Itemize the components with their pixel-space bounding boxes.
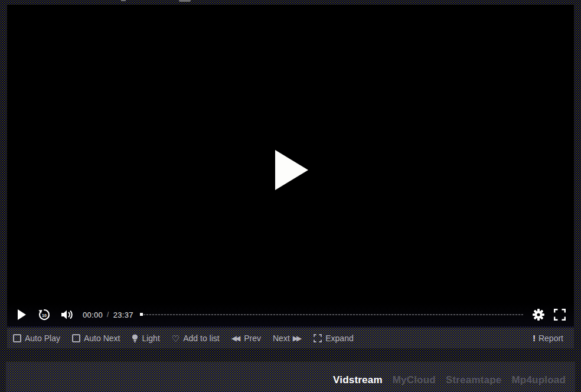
settings-button[interactable]	[533, 309, 544, 321]
play-button[interactable]	[18, 309, 26, 320]
video-player[interactable]: 10 00:00 / 23:37	[7, 5, 574, 326]
player-control-bar: 10 00:00 / 23:37	[7, 303, 574, 326]
page: { "player": { "current_time": "00:00", "…	[0, 0, 581, 392]
rewind-10-button[interactable]: 10	[38, 308, 51, 321]
server-tab-mp4upload[interactable]: Mp4upload	[511, 374, 566, 386]
fullscreen-icon	[554, 309, 566, 321]
prev-label: Prev	[244, 334, 261, 343]
clipped-text-artifact	[179, 0, 191, 2]
autonext-toggle[interactable]: Auto Next	[72, 334, 120, 343]
prev-episode-button[interactable]: ◀◀ Prev	[231, 334, 261, 343]
prev-icon: ◀◀	[231, 335, 240, 342]
big-play-button[interactable]	[275, 150, 308, 190]
autoplay-label: Auto Play	[25, 334, 60, 343]
add-to-list-button[interactable]: ♡ Add to list	[172, 334, 220, 343]
expand-button[interactable]: Expand	[314, 334, 353, 343]
exclamation-icon: !	[533, 334, 536, 343]
server-tabs: Vidstream MyCloud Streamtape Mp4upload	[333, 374, 566, 386]
expand-icon	[314, 334, 322, 342]
checkbox-icon	[13, 334, 21, 342]
current-time: 00:00	[83, 311, 103, 319]
fullscreen-button[interactable]	[554, 309, 566, 321]
volume-icon	[60, 308, 74, 321]
server-tab-vidstream[interactable]: Vidstream	[333, 374, 383, 386]
progress-bar[interactable]	[141, 314, 523, 315]
report-button[interactable]: ! Report	[533, 334, 563, 343]
time-display: 00:00 / 23:37	[83, 311, 133, 319]
clipped-text-artifact	[121, 0, 126, 1]
light-toggle[interactable]: Light	[132, 334, 159, 343]
svg-text:10: 10	[42, 313, 47, 318]
heart-icon: ♡	[172, 334, 179, 343]
next-label: Next	[273, 334, 290, 343]
add-to-list-label: Add to list	[183, 334, 219, 343]
checkbox-icon	[72, 334, 80, 342]
expand-label: Expand	[325, 334, 353, 343]
autonext-label: Auto Next	[84, 334, 120, 343]
lightbulb-icon	[132, 334, 138, 343]
next-episode-button[interactable]: Next ▶▶	[273, 334, 302, 343]
rewind-10-icon: 10	[38, 308, 51, 321]
light-label: Light	[142, 334, 159, 343]
volume-button[interactable]	[60, 308, 74, 321]
player-toolbar: Auto Play Auto Next Light ♡ Add to list …	[7, 328, 574, 348]
next-icon: ▶▶	[293, 335, 302, 342]
servers-panel: Vidstream MyCloud Streamtape Mp4upload	[6, 362, 575, 392]
server-tab-streamtape[interactable]: Streamtape	[446, 374, 502, 386]
time-separator: /	[107, 311, 109, 319]
play-icon	[18, 309, 26, 320]
report-label: Report	[538, 334, 563, 343]
progress-playhead[interactable]	[140, 313, 143, 316]
autoplay-toggle[interactable]: Auto Play	[13, 334, 60, 343]
gear-icon	[533, 309, 544, 321]
duration: 23:37	[113, 311, 133, 319]
server-tab-mycloud[interactable]: MyCloud	[393, 374, 436, 386]
